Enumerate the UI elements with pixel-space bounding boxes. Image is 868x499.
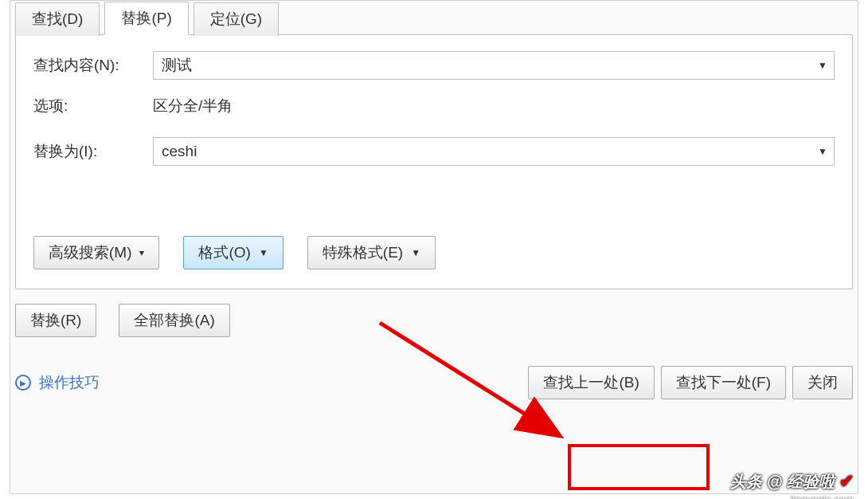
replace-button-label: 替换(R) bbox=[30, 310, 81, 331]
options-label: 选项: bbox=[33, 96, 153, 116]
dropdown-icon: ▼ bbox=[818, 146, 827, 157]
tips-link[interactable]: ▶ 操作技巧 bbox=[15, 372, 100, 393]
check-icon: ✔ bbox=[839, 471, 854, 492]
find-what-label: 查找内容(N): bbox=[33, 55, 153, 76]
find-next-button[interactable]: 查找下一处(F) bbox=[661, 366, 786, 399]
replace-all-button-label: 全部替换(A) bbox=[134, 310, 214, 331]
replace-panel: 查找内容(N): 测试 ▼ 选项: 区分全/半角 替换为(I): ceshi ▼… bbox=[15, 34, 853, 289]
options-value: 区分全/半角 bbox=[153, 96, 233, 116]
chevron-down-icon: ▼ bbox=[411, 247, 420, 258]
format-label: 格式(O) bbox=[198, 242, 250, 263]
close-label: 关闭 bbox=[807, 372, 838, 393]
tips-label: 操作技巧 bbox=[39, 372, 100, 393]
watermark-sub: jingyanla.com bbox=[791, 493, 854, 499]
replace-with-value: ceshi bbox=[162, 143, 197, 160]
replace-with-input[interactable]: ceshi ▼ bbox=[153, 137, 835, 166]
play-circle-icon: ▶ bbox=[15, 375, 31, 391]
special-format-button[interactable]: 特殊格式(E) ▼ bbox=[307, 236, 436, 269]
watermark-main: 头条 @ 经验啦 bbox=[730, 471, 835, 493]
tab-replace-label: 替换(P) bbox=[121, 10, 171, 26]
tab-goto[interactable]: 定位(G) bbox=[194, 2, 279, 36]
find-next-label: 查找下一处(F) bbox=[676, 372, 771, 393]
chevron-down-icon: ▼ bbox=[259, 247, 268, 258]
tab-replace[interactable]: 替换(P) bbox=[104, 2, 188, 35]
replace-with-label: 替换为(I): bbox=[33, 141, 153, 162]
tab-find-label: 查找(D) bbox=[32, 10, 83, 27]
advanced-search-label: 高级搜索(M) bbox=[49, 242, 131, 263]
close-button[interactable]: 关闭 bbox=[792, 366, 853, 399]
tab-find[interactable]: 查找(D) bbox=[15, 2, 100, 36]
find-what-value: 测试 bbox=[162, 55, 192, 76]
watermark: 头条 @ 经验啦 ✔ jingyanla.com bbox=[730, 471, 854, 493]
find-prev-button[interactable]: 查找上一处(B) bbox=[528, 366, 654, 399]
dropdown-icon: ▼ bbox=[818, 60, 827, 71]
tab-goto-label: 定位(G) bbox=[210, 10, 262, 27]
find-what-input[interactable]: 测试 ▼ bbox=[153, 51, 835, 80]
find-prev-label: 查找上一处(B) bbox=[543, 372, 639, 393]
advanced-search-button[interactable]: 高级搜索(M) ▾ bbox=[33, 236, 159, 269]
special-format-label: 特殊格式(E) bbox=[323, 242, 403, 263]
replace-all-button[interactable]: 全部替换(A) bbox=[119, 304, 229, 337]
format-button[interactable]: 格式(O) ▼ bbox=[183, 236, 283, 269]
chevron-down-icon: ▾ bbox=[139, 247, 144, 258]
replace-button[interactable]: 替换(R) bbox=[15, 304, 96, 337]
